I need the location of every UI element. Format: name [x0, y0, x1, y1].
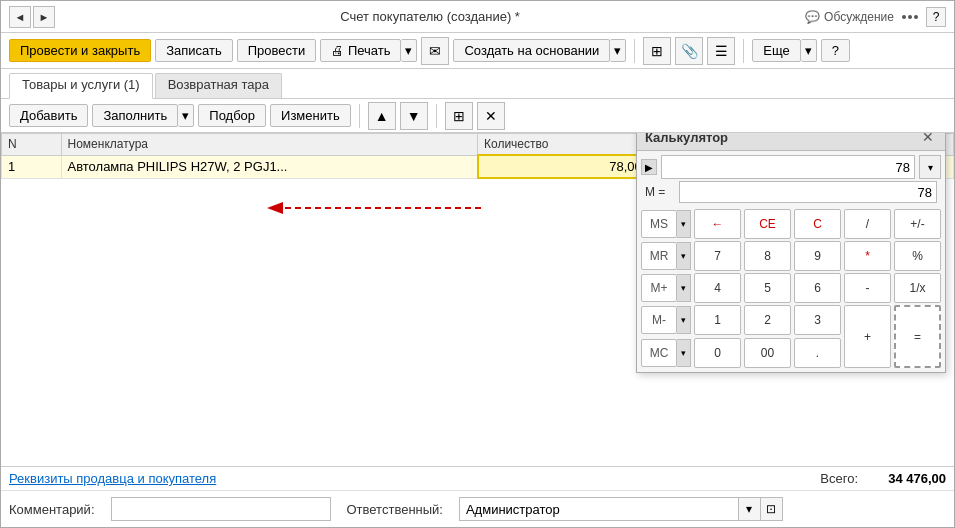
mminus-arrow[interactable]: ▾ [677, 306, 691, 334]
btn-2[interactable]: 2 [744, 305, 791, 335]
more-button[interactable] [902, 15, 918, 19]
fill-arrow[interactable]: ▾ [178, 104, 194, 127]
btn-0[interactable]: 0 [694, 338, 741, 368]
btn-1[interactable]: 1 [694, 305, 741, 335]
responsible-link-button[interactable]: ⊡ [761, 497, 783, 521]
mminus-button[interactable]: M- [641, 306, 677, 334]
vendor-buyer-link[interactable]: Реквизиты продавца и покупателя [9, 471, 216, 486]
toolbar-help-button[interactable]: ? [821, 39, 850, 62]
move-up-button[interactable]: ▲ [368, 102, 396, 130]
delete-row-button[interactable]: ✕ [477, 102, 505, 130]
mc-button[interactable]: MC [641, 339, 677, 367]
btn-8[interactable]: 8 [744, 241, 791, 271]
ms-arrow[interactable]: ▾ [677, 210, 691, 238]
cell-qty[interactable]: 78,000 [478, 155, 657, 178]
printer-icon: 🖨 [331, 43, 344, 58]
calc-display-dropdown[interactable]: ▾ [919, 155, 941, 179]
comment-label: Комментарий: [9, 502, 95, 517]
create-based-button[interactable]: Создать на основании [453, 39, 610, 62]
edit-button[interactable]: Изменить [270, 104, 351, 127]
bottom-area: Реквизиты продавца и покупателя Всего: 3… [1, 466, 954, 527]
btn-6[interactable]: 6 [794, 273, 841, 303]
reciprocal-button[interactable]: 1/x [894, 273, 941, 303]
btn-9[interactable]: 9 [794, 241, 841, 271]
post-close-button[interactable]: Провести и закрыть [9, 39, 151, 62]
calc-display-arrow[interactable]: ▶ [641, 159, 657, 175]
backspace-button[interactable]: ← [694, 209, 741, 239]
more-btn[interactable]: Еще [752, 39, 800, 62]
comment-input[interactable] [111, 497, 331, 521]
btn-00[interactable]: 00 [744, 338, 791, 368]
ce-button[interactable]: CE [744, 209, 791, 239]
tab-containers[interactable]: Возвратная тара [155, 73, 282, 98]
grid-icon-button[interactable]: ⊞ [643, 37, 671, 65]
attach-button[interactable]: 📎 [675, 37, 703, 65]
copy-row-button[interactable]: ⊞ [445, 102, 473, 130]
print-group: 🖨 Печать ▾ [320, 39, 417, 62]
print-button[interactable]: 🖨 Печать [320, 39, 401, 62]
responsible-input[interactable] [459, 497, 739, 521]
btn-4[interactable]: 4 [694, 273, 741, 303]
help-button[interactable]: ? [926, 7, 946, 27]
sub-toolbar: Добавить Заполнить ▾ Подбор Изменить ▲ ▼… [1, 99, 954, 133]
window-title: Счет покупателю (создание) * [63, 9, 797, 24]
create-based-arrow[interactable]: ▾ [610, 39, 626, 62]
add-button[interactable]: Добавить [9, 104, 88, 127]
print-label: Печать [348, 43, 391, 58]
subtract-button[interactable]: - [844, 273, 891, 303]
nav-buttons: ◄ ► [9, 6, 55, 28]
equals-button[interactable]: = [894, 305, 941, 368]
print-arrow[interactable]: ▾ [401, 39, 417, 62]
back-button[interactable]: ◄ [9, 6, 31, 28]
fill-group: Заполнить ▾ [92, 104, 194, 127]
calc-close-button[interactable]: ✕ [919, 133, 937, 146]
ms-button[interactable]: MS [641, 210, 677, 238]
mplus-group: M+ ▾ [641, 273, 691, 303]
add-button[interactable]: + [844, 305, 891, 368]
cell-n: 1 [2, 155, 62, 178]
table-area: N Номенклатура Количество Цена Сумма 1 А… [1, 133, 954, 466]
mc-group: MC ▾ [641, 338, 691, 368]
save-button[interactable]: Записать [155, 39, 233, 62]
percent-button[interactable]: % [894, 241, 941, 271]
btn-5[interactable]: 5 [744, 273, 791, 303]
mplus-button[interactable]: M+ [641, 274, 677, 302]
toolbar: Провести и закрыть Записать Провести 🖨 П… [1, 33, 954, 69]
fill-button[interactable]: Заполнить [92, 104, 178, 127]
responsible-label: Ответственный: [347, 502, 443, 517]
mr-arrow[interactable]: ▾ [677, 242, 691, 270]
btn-3[interactable]: 3 [794, 305, 841, 335]
total-section: Всего: 34 476,00 [820, 471, 946, 486]
btn-7[interactable]: 7 [694, 241, 741, 271]
tab-goods[interactable]: Товары и услуги (1) [9, 73, 153, 99]
dashed-arrow [261, 188, 501, 228]
mr-button[interactable]: MR [641, 242, 677, 270]
decimal-button[interactable]: . [794, 338, 841, 368]
discuss-button[interactable]: 💬 Обсуждение [805, 10, 894, 24]
mplus-arrow[interactable]: ▾ [677, 274, 691, 302]
calc-title: Калькулятор [645, 133, 728, 145]
mc-arrow[interactable]: ▾ [677, 339, 691, 367]
mminus-group: M- ▾ [641, 305, 691, 335]
email-button[interactable]: ✉ [421, 37, 449, 65]
forward-button[interactable]: ► [33, 6, 55, 28]
col-qty: Количество [478, 134, 657, 156]
more-arrow[interactable]: ▾ [801, 39, 817, 62]
negate-button[interactable]: +/- [894, 209, 941, 239]
multiply-button[interactable]: * [844, 241, 891, 271]
calc-display-area: ▶ 78 ▾ M = 78 [637, 151, 945, 209]
ms-group: MS ▾ [641, 209, 691, 239]
tabs-bar: Товары и услуги (1) Возвратная тара [1, 69, 954, 99]
divide-button[interactable]: / [844, 209, 891, 239]
move-down-button[interactable]: ▼ [400, 102, 428, 130]
c-button[interactable]: C [794, 209, 841, 239]
post-button[interactable]: Провести [237, 39, 317, 62]
responsible-open-button[interactable]: ▾ [739, 497, 761, 521]
calc-main-display: 78 [661, 155, 915, 179]
col-name: Номенклатура [61, 134, 478, 156]
menu-button[interactable]: ☰ [707, 37, 735, 65]
more-group: Еще ▾ [752, 39, 816, 62]
select-button[interactable]: Подбор [198, 104, 266, 127]
create-based-group: Создать на основании ▾ [453, 39, 626, 62]
title-actions: 💬 Обсуждение ? [805, 7, 946, 27]
